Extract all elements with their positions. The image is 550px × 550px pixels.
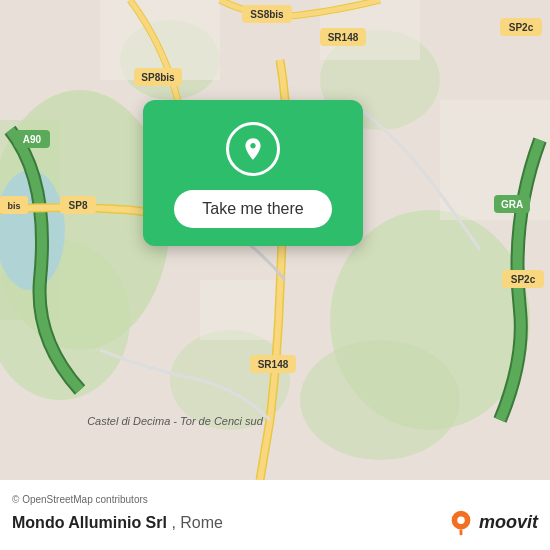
map-attribution: © OpenStreetMap contributors (12, 494, 538, 505)
svg-point-38 (457, 516, 464, 523)
place-city: , Rome (171, 514, 223, 531)
svg-text:SP2c: SP2c (511, 274, 536, 285)
location-card: Take me there (143, 100, 363, 246)
moovit-logo: moovit (447, 509, 538, 537)
svg-text:Castel di Decima - Tor de Cenc: Castel di Decima - Tor de Cenci sud (87, 415, 264, 427)
place-name: Mondo Alluminio Srl (12, 514, 167, 531)
svg-text:SP8bis: SP8bis (141, 72, 175, 83)
moovit-text: moovit (479, 512, 538, 533)
place-info: Mondo Alluminio Srl , Rome (12, 514, 223, 532)
svg-text:A90: A90 (23, 134, 42, 145)
svg-rect-13 (200, 280, 280, 340)
svg-text:SR148: SR148 (258, 359, 289, 370)
take-me-there-button[interactable]: Take me there (174, 190, 331, 228)
bottom-row: Mondo Alluminio Srl , Rome moovit (12, 509, 538, 537)
svg-text:bis: bis (7, 201, 20, 211)
svg-text:SR148: SR148 (328, 32, 359, 43)
svg-text:SP2c: SP2c (509, 22, 534, 33)
svg-text:GRA: GRA (501, 199, 523, 210)
pin-icon (240, 136, 266, 162)
svg-text:SS8bis: SS8bis (250, 9, 284, 20)
svg-text:SP8: SP8 (69, 200, 88, 211)
map-view: SR148 SR148 SR148 SP2c SP2c SS8bis SP8bi… (0, 0, 550, 480)
moovit-pin-icon (447, 509, 475, 537)
bottom-bar: © OpenStreetMap contributors Mondo Allum… (0, 480, 550, 550)
location-pin (226, 122, 280, 176)
svg-point-5 (300, 340, 460, 460)
